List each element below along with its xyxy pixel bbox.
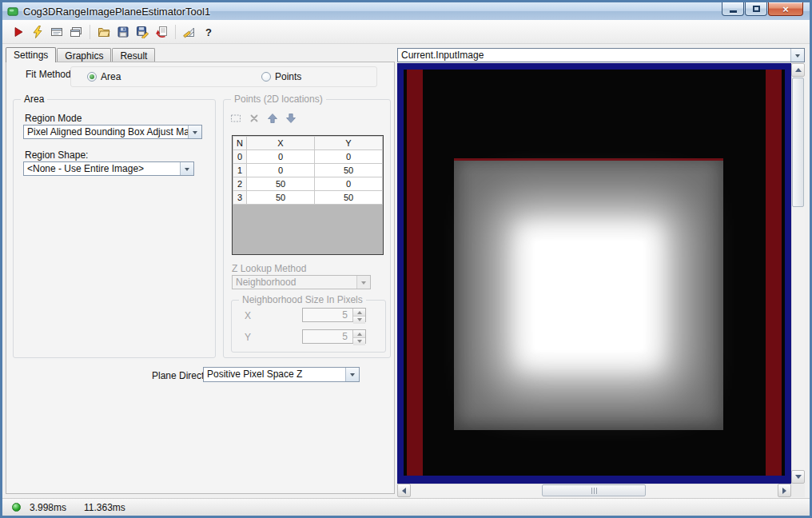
z-lookup-value: Neighborhood	[233, 276, 356, 289]
scroll-left-button[interactable]	[397, 484, 411, 497]
points-group: Points (2D locations) N X Y	[223, 99, 391, 358]
help-button[interactable]: ?	[199, 22, 218, 42]
show-buffer-window-button[interactable]	[66, 22, 86, 42]
run-button[interactable]	[9, 22, 28, 42]
x-size-spinner[interactable]: 5	[302, 308, 366, 322]
scroll-up-button[interactable]	[791, 63, 805, 77]
range-image-canvas[interactable]	[397, 63, 791, 484]
add-point-icon[interactable]	[230, 113, 241, 124]
image-plane-square	[454, 158, 723, 430]
delete-point-icon[interactable]	[249, 113, 260, 124]
x-size-label: X	[245, 310, 251, 321]
spin-down-icon[interactable]	[353, 317, 365, 324]
vertical-scroll-thumb[interactable]	[792, 78, 804, 207]
cell-x[interactable]: 50	[247, 191, 315, 205]
minimize-button[interactable]	[722, 2, 744, 16]
run-icon	[12, 26, 25, 38]
col-header-x[interactable]: X	[247, 137, 315, 150]
move-up-icon[interactable]	[267, 113, 278, 124]
region-shape-value: <None - Use Entire Image>	[24, 162, 180, 175]
radio-checked-icon	[87, 72, 97, 82]
cell-x[interactable]: 0	[247, 164, 315, 177]
scroll-down-button[interactable]	[791, 470, 805, 484]
status-time-1: 3.998ms	[30, 502, 66, 513]
row-index[interactable]: 2	[233, 177, 247, 191]
save-file-button[interactable]	[113, 22, 133, 42]
table-row[interactable]: 3 50 50	[233, 191, 383, 205]
z-lookup-combo[interactable]: Neighborhood	[232, 275, 371, 289]
chevron-down-icon[interactable]	[790, 49, 804, 62]
status-bar: 3.998ms 11.363ms	[2, 498, 810, 516]
area-group-title: Area	[21, 94, 47, 105]
region-mode-combo[interactable]: Pixel Aligned Bounding Box Adjust Mask	[23, 125, 202, 139]
toolbar-separator	[90, 25, 90, 39]
fit-method-panel: Area Points	[70, 66, 377, 87]
open-file-button[interactable]	[94, 22, 113, 42]
region-mode-value: Pixel Aligned Bounding Box Adjust Mask	[24, 126, 188, 138]
y-size-spinner[interactable]: 5	[302, 329, 366, 344]
plane-direction-value: Positive Pixel Space Z	[204, 368, 345, 381]
import-button[interactable]	[152, 22, 171, 42]
spin-down-icon[interactable]	[353, 338, 365, 345]
spin-up-icon[interactable]	[353, 309, 365, 317]
row-index[interactable]: 0	[233, 150, 247, 164]
plane-direction-combo[interactable]: Positive Pixel Space Z	[203, 367, 360, 382]
spin-up-icon[interactable]	[353, 330, 365, 338]
window-title: Cog3DRangeImagePlaneEstimatorTool1	[23, 6, 210, 18]
spinner-buttons	[352, 330, 365, 343]
cell-y[interactable]: 50	[315, 164, 383, 177]
table-row[interactable]: 0 0 0	[233, 150, 383, 164]
chevron-down-icon[interactable]	[345, 368, 359, 381]
settings-page: Fit Method Area Points Area Region Mode …	[6, 62, 395, 494]
cell-y[interactable]: 0	[315, 150, 383, 164]
cell-y[interactable]: 0	[315, 177, 383, 191]
chevron-down-icon[interactable]	[188, 126, 201, 138]
cell-x[interactable]: 0	[247, 150, 315, 164]
window-controls: ×	[722, 2, 803, 16]
image-peak-square	[533, 240, 645, 352]
arrow-down-icon	[795, 475, 802, 482]
col-header-n[interactable]: N	[233, 137, 247, 150]
thumb-grip-icon	[594, 488, 595, 494]
area-group: Area Region Mode Pixel Aligned Bounding …	[13, 99, 216, 358]
minimize-icon	[730, 10, 737, 13]
maximize-button[interactable]	[745, 2, 767, 16]
scroll-right-button[interactable]	[778, 484, 791, 497]
image-source-value: Current.InputImage	[398, 49, 790, 62]
row-index[interactable]: 1	[233, 164, 247, 177]
save-image-button[interactable]	[133, 22, 152, 42]
vertical-scrollbar[interactable]	[791, 63, 805, 484]
neighborhood-size-group: Neighborhood Size In Pixels X 5 Y 5	[231, 300, 386, 353]
horizontal-scroll-thumb[interactable]	[542, 484, 646, 496]
arrow-right-icon	[782, 488, 790, 494]
electric-run-icon	[31, 26, 44, 38]
chevron-down-icon[interactable]	[180, 162, 193, 175]
cell-y[interactable]: 50	[315, 191, 383, 205]
titlebar[interactable]: Cog3DRangeImagePlaneEstimatorTool1 ×	[2, 2, 810, 20]
move-down-icon[interactable]	[285, 113, 297, 124]
calibration-button[interactable]	[180, 22, 199, 42]
tab-settings[interactable]: Settings	[6, 47, 56, 62]
close-button[interactable]: ×	[768, 2, 803, 16]
tab-graphics[interactable]: Graphics	[57, 48, 111, 62]
toolbar-separator	[175, 25, 176, 39]
show-result-window-button[interactable]	[47, 22, 66, 42]
x-size-value: 5	[303, 309, 352, 321]
row-index[interactable]: 3	[233, 191, 247, 205]
open-file-icon	[98, 26, 110, 38]
image-source-combo[interactable]: Current.InputImage	[397, 48, 805, 62]
table-row[interactable]: 1 0 50	[233, 164, 383, 177]
show-buffer-window-icon	[70, 26, 82, 38]
cell-x[interactable]: 50	[247, 177, 315, 191]
electric-run-button[interactable]	[28, 22, 47, 42]
app-window: Cog3DRangeImagePlaneEstimatorTool1 ×	[0, 0, 812, 518]
points-toolbar	[230, 110, 297, 126]
region-shape-combo[interactable]: <None - Use Entire Image>	[23, 161, 194, 176]
table-row[interactable]: 2 50 0	[233, 177, 383, 191]
horizontal-scrollbar[interactable]	[397, 484, 791, 497]
col-header-y[interactable]: Y	[315, 137, 383, 150]
points-table[interactable]: N X Y 0 0 0 1 0	[232, 135, 384, 255]
fit-method-radio-area[interactable]: Area	[87, 71, 121, 82]
tab-result[interactable]: Result	[112, 48, 155, 62]
fit-method-radio-points[interactable]: Points	[261, 71, 301, 82]
